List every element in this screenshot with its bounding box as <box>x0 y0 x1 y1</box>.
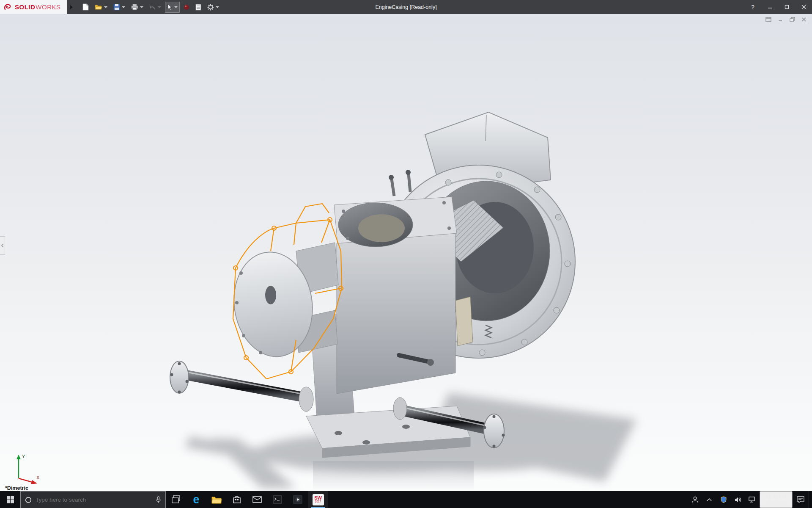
volume-button[interactable] <box>732 491 744 508</box>
close-icon <box>801 5 806 9</box>
options-button[interactable] <box>205 2 221 13</box>
report-sheet-icon <box>195 4 201 11</box>
undo-button[interactable] <box>147 2 163 13</box>
edge-button[interactable]: e <box>186 491 206 508</box>
save-button[interactable] <box>111 2 127 13</box>
minimize-icon <box>768 5 772 9</box>
store-bag-icon <box>233 495 241 504</box>
minimize-button[interactable] <box>761 0 778 14</box>
file-explorer-button[interactable] <box>206 491 227 508</box>
volume-icon <box>735 497 742 503</box>
clock-date: 7/11/2018 <box>766 500 786 505</box>
appearance-sphere-icon <box>184 4 189 10</box>
new-document-icon <box>82 3 89 11</box>
view-orientation-label: *Dimetric <box>5 485 28 491</box>
network-icon <box>749 497 756 503</box>
console-button[interactable] <box>267 491 288 508</box>
file-explorer-icon <box>211 496 222 504</box>
console-icon <box>273 495 282 504</box>
solidworks-logo: SOLID WORKS <box>0 0 67 14</box>
hidden-icons-button[interactable] <box>703 491 716 508</box>
options-gear-icon <box>207 4 214 11</box>
task-view-button[interactable] <box>166 491 186 508</box>
mail-button[interactable] <box>247 491 267 508</box>
doc-minimize-button[interactable] <box>776 16 785 23</box>
orientation-triad: Y X <box>9 452 43 487</box>
open-caret-icon <box>104 6 107 8</box>
edge-icon: e <box>193 494 199 505</box>
undo-icon <box>149 4 156 10</box>
panel-flyout-arrow[interactable] <box>0 236 5 255</box>
store-button[interactable] <box>227 491 247 508</box>
clock-time: 12:59 PM <box>766 494 786 500</box>
report-button[interactable] <box>193 2 203 13</box>
doc-minimize-icon <box>778 17 783 22</box>
floor-reflection <box>313 461 474 491</box>
close-button[interactable] <box>795 0 812 14</box>
document-window-controls <box>764 16 809 23</box>
mail-icon <box>252 496 262 503</box>
search-input[interactable] <box>36 497 152 503</box>
maximize-icon <box>785 5 789 9</box>
taskbar-search[interactable] <box>20 491 166 508</box>
side-cover-disc[interactable] <box>228 243 338 362</box>
defender-button[interactable] <box>717 491 730 508</box>
triad-y-label: Y <box>22 454 25 459</box>
defender-shield-icon <box>721 496 727 503</box>
triad-x-label: X <box>36 475 40 480</box>
windows-taskbar: e <box>0 491 812 508</box>
ds-logo-icon <box>3 3 13 11</box>
sw-year: 2017 <box>315 500 321 503</box>
chevron-up-icon <box>707 498 712 501</box>
person-icon <box>691 496 699 503</box>
brand-works: WORKS <box>36 3 60 11</box>
brand-solid: SOLID <box>15 3 35 11</box>
graphics-viewport[interactable]: Y X *Dimetric <box>0 14 812 491</box>
chevron-left-icon <box>1 243 4 248</box>
engine-casing-model[interactable] <box>0 14 812 491</box>
flyout-arrow-icon <box>70 5 73 10</box>
maximize-button[interactable] <box>778 0 795 14</box>
system-tray <box>689 491 760 508</box>
taskbar-clock[interactable]: 12:59 PM 7/11/2018 <box>760 491 793 508</box>
print-button[interactable] <box>129 2 145 13</box>
print-icon <box>131 4 138 10</box>
cortana-circle-icon <box>25 497 32 503</box>
network-button[interactable] <box>746 491 759 508</box>
open-icon <box>95 4 102 10</box>
action-center-button[interactable] <box>793 491 809 508</box>
solidworks-icon: SW 2017 <box>313 494 324 505</box>
select-tool-button[interactable] <box>165 2 180 13</box>
media-app-button[interactable] <box>288 491 308 508</box>
titlebar: SOLID WORKS <box>0 0 812 14</box>
window-menu-button[interactable] <box>764 16 773 23</box>
help-button[interactable]: ? <box>744 0 761 14</box>
media-app-icon <box>293 495 302 504</box>
new-document-button[interactable] <box>80 2 91 13</box>
undo-caret-icon <box>158 6 161 8</box>
window-menu-icon <box>765 17 771 22</box>
select-arrow-icon <box>167 4 173 11</box>
open-button[interactable] <box>93 2 110 13</box>
toolbar-flyout-arrow[interactable] <box>67 0 76 14</box>
print-caret-icon <box>140 6 143 8</box>
solidworks-window: SOLID WORKS <box>0 0 812 508</box>
window-buttons: ? <box>744 0 812 14</box>
doc-close-button[interactable] <box>799 16 809 23</box>
doc-restore-icon <box>790 17 795 22</box>
select-caret-icon <box>174 6 178 8</box>
save-icon <box>113 4 120 11</box>
people-button[interactable] <box>689 491 701 508</box>
show-desktop-button[interactable] <box>809 491 812 508</box>
start-button[interactable] <box>0 491 20 508</box>
solidworks-taskbar-button[interactable]: SW 2017 <box>308 491 328 508</box>
action-center-icon <box>797 496 804 503</box>
windows-logo-icon <box>7 496 14 503</box>
microphone-icon[interactable] <box>156 496 161 503</box>
options-caret-icon <box>216 6 219 8</box>
appearance-button[interactable] <box>181 2 192 13</box>
task-view-icon <box>172 495 180 504</box>
main-toolbar <box>80 2 221 13</box>
save-caret-icon <box>122 6 125 8</box>
doc-restore-button[interactable] <box>787 16 797 23</box>
